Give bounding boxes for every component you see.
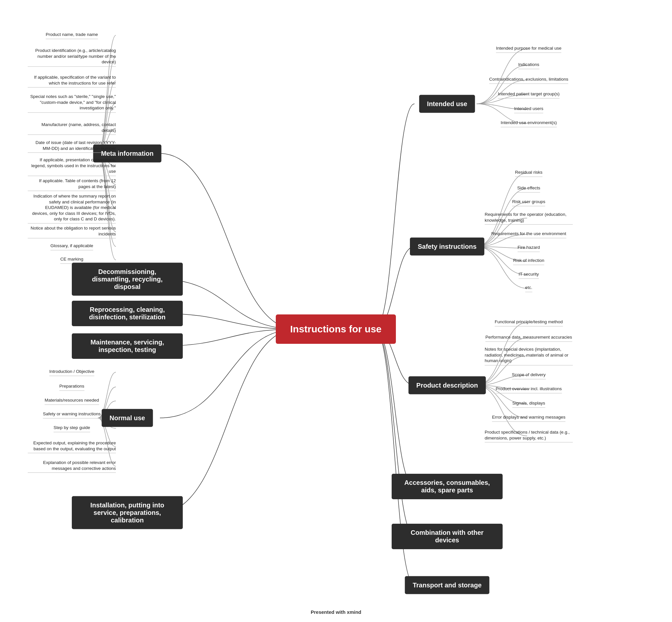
- leaf-node: Intended users: [514, 106, 543, 113]
- branch-label-productdesc: Product description: [409, 377, 486, 394]
- branch-label-maintenance: Maintenance, servicing, inspection, test…: [72, 333, 183, 359]
- leaf-node: Side effects: [517, 185, 540, 193]
- leaf-text: Intended patient target group(s): [498, 91, 559, 99]
- leaf-text: Performance data, measurement accuracies: [485, 334, 572, 342]
- branch-label-decommissioning: Decommissioning, dismantling, recycling,…: [72, 263, 183, 296]
- leaf-text: Signals, displays: [512, 400, 545, 408]
- leaf-node: IT security: [519, 271, 539, 279]
- leaf-text: Intended purpose for medical use: [496, 45, 561, 53]
- leaf-node: Product specifications / technical data …: [485, 429, 573, 442]
- leaf-node: Performance data, measurement accuracies: [485, 334, 572, 342]
- leaf-node: If applicable, presentation conventions,…: [28, 157, 116, 176]
- leaf-node: Product name, trade name: [46, 32, 98, 39]
- branch-node-combination: Combination with other devices: [392, 524, 503, 549]
- leaf-node: Fire hazard: [518, 245, 540, 252]
- center-label: Instructions for use: [276, 314, 396, 344]
- leaf-node: Notes for special devices (implantation,…: [485, 346, 573, 366]
- branch-label-normaluse: Normal use: [102, 409, 153, 427]
- leaf-text: If applicable, presentation conventions,…: [28, 157, 116, 176]
- leaf-text: Date of issue (date of last revision YYY…: [28, 140, 116, 153]
- leaf-node: Requirements for the operator (education…: [485, 212, 573, 224]
- leaf-node: Residual risks: [515, 169, 542, 177]
- leaf-node: Intended patient target group(s): [498, 91, 559, 99]
- leaf-text: Fire hazard: [518, 245, 540, 252]
- branch-label-reprocessing: Reprocessing, cleaning, disinfection, st…: [72, 301, 183, 326]
- leaf-node: Explanation of possible relevant error m…: [28, 460, 116, 473]
- leaf-node: Safety or warning instructions: [43, 411, 101, 419]
- leaf-text: Notes for special devices (implantation,…: [485, 346, 573, 366]
- leaf-node: Indication of where the summary report o…: [28, 193, 116, 224]
- leaf-node: Step by step guide: [54, 425, 90, 432]
- leaf-text: Product specifications / technical data …: [485, 429, 573, 442]
- leaf-node: Contraindications, exclusions, limitatio…: [489, 76, 568, 84]
- branch-node-productdesc: Product description: [409, 377, 486, 394]
- center-node: Instructions for use: [276, 314, 396, 344]
- branch-label-transport: Transport and storage: [405, 576, 489, 594]
- leaf-text: etc.: [525, 285, 532, 292]
- leaf-text: If applicable. Table of contents (from 1…: [28, 178, 116, 191]
- leaf-node: Intended purpose for medical use: [496, 45, 561, 53]
- leaf-text: Product overview incl. illustrations: [496, 386, 562, 393]
- leaf-text: Intended users: [514, 106, 543, 113]
- leaf-node: Product identification (e.g., article/ca…: [28, 48, 116, 67]
- leaf-text: Residual risks: [515, 169, 542, 177]
- leaf-node: Expected output, explaining the procedur…: [28, 440, 116, 453]
- leaf-text: Requirements for the operator (education…: [485, 212, 573, 224]
- leaf-node: Functional principle/testing method: [495, 319, 563, 326]
- leaf-text: Introduction / Objective: [49, 369, 94, 376]
- leaf-text: Expected output, explaining the procedur…: [28, 440, 116, 453]
- branch-label-installation: Installation, putting into service, prep…: [72, 496, 183, 529]
- leaf-text: Scope of delivery: [512, 372, 546, 379]
- branch-label-intendeduse: Intended use: [419, 95, 475, 113]
- leaf-node: If applicable. Table of contents (from 1…: [28, 178, 116, 191]
- branch-node-installation: Installation, putting into service, prep…: [72, 496, 183, 529]
- leaf-text: Special notes such as "sterile," "single…: [28, 94, 116, 113]
- leaf-text: Notice about the obligation to report se…: [28, 225, 116, 238]
- leaf-node: Risk of infection: [513, 257, 544, 265]
- leaf-node: Indications: [518, 62, 539, 69]
- leaf-node: Intended use environment(s): [501, 120, 557, 127]
- branch-node-transport: Transport and storage: [405, 576, 489, 594]
- leaf-text: Materials/resources needed: [45, 398, 99, 405]
- leaf-text: Indications: [518, 62, 539, 69]
- branch-node-reprocessing: Reprocessing, cleaning, disinfection, st…: [72, 301, 183, 326]
- branch-node-normaluse: Normal use: [102, 409, 153, 427]
- leaf-node: Error displays and warning messages: [492, 414, 565, 422]
- leaf-text: Risk user groups: [512, 199, 545, 206]
- leaf-text: IT security: [519, 271, 539, 279]
- leaf-text: Requirements for the use environment: [491, 231, 566, 238]
- branch-label-accessories: Accessories, consumables, aids, spare pa…: [392, 474, 503, 499]
- leaf-node: Requirements for the use environment: [491, 231, 566, 238]
- leaf-node: Risk user groups: [512, 199, 545, 206]
- leaf-text: Risk of infection: [513, 257, 544, 265]
- mind-map-canvas: Instructions for use Presented with xmin…: [0, 0, 672, 622]
- branch-label-combination: Combination with other devices: [392, 524, 503, 549]
- branch-label-safety: Safety instructions: [410, 238, 484, 256]
- branch-node-maintenance: Maintenance, servicing, inspection, test…: [72, 333, 183, 359]
- leaf-text: Intended use environment(s): [501, 120, 557, 127]
- leaf-text: Product name, trade name: [46, 32, 98, 39]
- branch-node-intendeduse: Intended use: [419, 95, 475, 113]
- leaf-text: Functional principle/testing method: [495, 319, 563, 326]
- branch-node-decommissioning: Decommissioning, dismantling, recycling,…: [72, 263, 183, 296]
- leaf-node: Notice about the obligation to report se…: [28, 225, 116, 238]
- leaf-text: Indication of where the summary report o…: [28, 193, 116, 224]
- leaf-node: Signals, displays: [512, 400, 545, 408]
- leaf-node: If applicable, specification of the vari…: [28, 74, 116, 88]
- leaf-text: Manufacturer (name, address, contact det…: [28, 122, 116, 135]
- leaf-node: Materials/resources needed: [45, 398, 99, 405]
- leaf-text: If applicable, specification of the vari…: [28, 74, 116, 88]
- leaf-node: Introduction / Objective: [49, 369, 94, 376]
- leaf-text: Product identification (e.g., article/ca…: [28, 48, 116, 67]
- leaf-text: Preparations: [60, 383, 84, 391]
- branch-node-safety: Safety instructions: [410, 238, 484, 256]
- leaf-node: Glossary, if applicable: [50, 243, 93, 250]
- leaf-node: Date of issue (date of last revision YYY…: [28, 140, 116, 153]
- leaf-text: Step by step guide: [54, 425, 90, 432]
- leaf-node: Product overview incl. illustrations: [496, 386, 562, 393]
- footer: Presented with xmind: [311, 609, 361, 615]
- leaf-text: Contraindications, exclusions, limitatio…: [489, 76, 568, 84]
- leaf-text: Safety or warning instructions: [43, 411, 101, 419]
- leaf-node: etc.: [525, 285, 532, 292]
- leaf-text: Explanation of possible relevant error m…: [28, 460, 116, 473]
